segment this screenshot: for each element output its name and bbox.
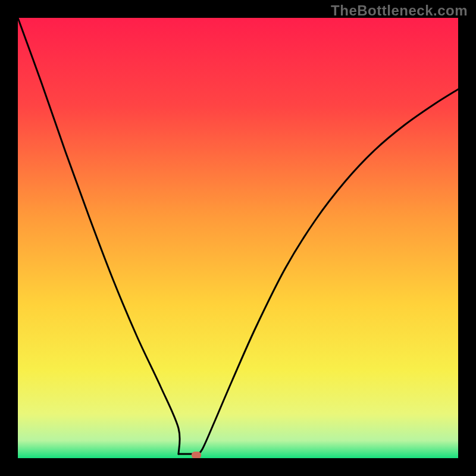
bottleneck-curve [18, 18, 458, 458]
chart-frame: TheBottleneck.com [0, 0, 476, 476]
watermark-text: TheBottleneck.com [331, 2, 468, 19]
optimal-point-marker [192, 452, 201, 458]
plot-area [18, 18, 458, 458]
